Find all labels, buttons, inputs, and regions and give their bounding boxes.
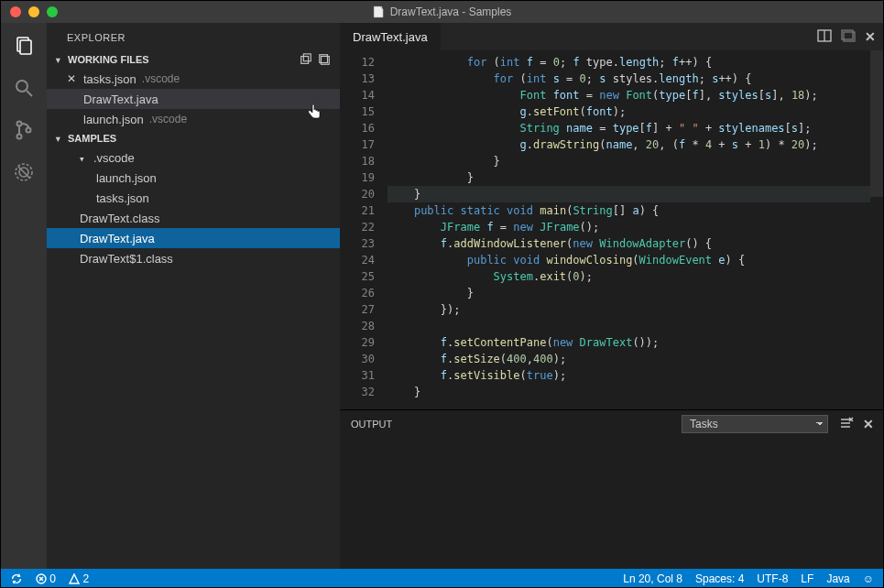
code-line[interactable]: JFrame f = new JFrame(); [387, 219, 870, 235]
status-indentation[interactable]: Spaces: 4 [695, 572, 744, 585]
code-line[interactable]: f.setContentPane(new DrawText()); [387, 334, 870, 351]
dirty-indicator-icon[interactable]: ✕ [67, 72, 78, 85]
code-line[interactable]: }); [387, 301, 870, 318]
search-icon[interactable] [12, 76, 36, 100]
editor-tab-bar: DrawText.java ✕ [340, 23, 883, 50]
explorer-icon[interactable] [12, 34, 36, 58]
code-line[interactable]: g.drawString(name, 20, (f * 4 + s + 1) *… [387, 136, 870, 153]
svg-point-6 [17, 135, 22, 139]
source-control-icon[interactable] [12, 118, 36, 142]
svg-line-4 [27, 91, 32, 96]
code-line[interactable]: } [387, 384, 870, 400]
code-line[interactable]: g.setFont(font); [387, 103, 870, 120]
working-files-list: ✕tasks.json .vscodeDrawText.javalaunch.j… [47, 69, 340, 129]
line-number-gutter: 1213141516171819202122232425262728293031… [340, 50, 387, 409]
code-line[interactable]: String name = type[f] + " " + stylenames… [387, 120, 870, 136]
working-file-item[interactable]: ✕tasks.json .vscode [47, 69, 340, 89]
editor-tab[interactable]: DrawText.java [340, 23, 441, 50]
project-header[interactable]: SAMPLES [47, 129, 340, 147]
code-line[interactable]: for (int s = 0; s styles.length; s++) { [387, 71, 870, 87]
close-editor-icon[interactable]: ✕ [865, 29, 876, 44]
project-tree: .vscodelaunch.jsontasks.jsonDrawText.cla… [47, 147, 340, 268]
status-line-col[interactable]: Ln 20, Col 8 [623, 572, 682, 585]
svg-rect-2 [20, 40, 31, 54]
code-line[interactable]: f.setVisible(true); [387, 367, 870, 384]
activity-bar [1, 23, 47, 569]
sidebar-title: EXPLORER [47, 23, 340, 50]
code-line[interactable]: for (int f = 0; f type.length; f++) { [387, 54, 870, 71]
code-line[interactable]: f.addWindowListener(new WindowAdapter() … [387, 235, 870, 252]
svg-point-7 [27, 128, 31, 133]
tree-item-label: DrawText.java [80, 232, 155, 245]
svg-rect-11 [301, 57, 309, 64]
status-eol[interactable]: LF [801, 572, 813, 585]
debug-icon[interactable] [12, 160, 36, 184]
status-feedback-icon[interactable]: ☺ [863, 572, 874, 585]
file-dir-label: .vscode [142, 72, 180, 85]
file-name-label: tasks.json [83, 72, 136, 86]
file-dir-label: .vscode [149, 113, 187, 125]
code-line[interactable]: System.exit(0); [387, 268, 870, 285]
code-line[interactable]: f.setSize(400,400); [387, 351, 870, 367]
status-language[interactable]: Java [826, 572, 849, 585]
svg-point-3 [16, 81, 27, 92]
window-minimize-button[interactable] [28, 6, 39, 17]
tree-item-label: launch.json [96, 171, 157, 185]
split-editor-icon[interactable] [817, 29, 832, 44]
window-close-button[interactable] [10, 6, 21, 17]
code-line[interactable]: public void windowClosing(WindowEvent e)… [387, 252, 870, 268]
code-line[interactable]: } [387, 186, 870, 202]
more-actions-icon[interactable] [841, 29, 856, 44]
explorer-sidebar: EXPLORER WORKING FILES ✕tasks.json .vsco… [47, 23, 340, 569]
tree-item-label: .vscode [93, 151, 135, 165]
code-line[interactable] [387, 318, 870, 334]
status-warnings[interactable]: 2 [69, 572, 89, 585]
output-panel: OUTPUT Tasks ✕ [340, 409, 883, 569]
tree-item-label: tasks.json [96, 191, 149, 205]
window-maximize-button[interactable] [47, 6, 58, 17]
working-file-item[interactable]: DrawText.java [47, 89, 340, 109]
tree-file-item[interactable]: DrawText$1.class [47, 248, 340, 268]
title-bar: DrawText.java - Samples [1, 1, 883, 23]
working-file-item[interactable]: launch.json .vscode [47, 109, 340, 129]
close-panel-icon[interactable]: ✕ [863, 417, 874, 431]
editor-scrollbar[interactable] [870, 50, 883, 409]
save-all-icon[interactable] [300, 53, 312, 66]
tree-folder-item[interactable]: .vscode [47, 147, 340, 168]
status-bar: 0 2 Ln 20, Col 8 Spaces: 4 UTF-8 LF Java… [1, 569, 883, 588]
tree-file-item[interactable]: tasks.json [47, 188, 340, 208]
code-line[interactable]: } [387, 285, 870, 301]
output-panel-title[interactable]: OUTPUT [351, 419, 392, 430]
file-name-label: launch.json [83, 113, 144, 126]
tree-file-item[interactable]: DrawText.class [47, 208, 340, 228]
tree-file-item[interactable]: launch.json [47, 168, 340, 188]
status-encoding[interactable]: UTF-8 [757, 572, 788, 585]
code-line[interactable]: } [387, 153, 870, 169]
tree-item-label: DrawText$1.class [80, 252, 173, 266]
svg-point-5 [17, 122, 22, 126]
clear-output-icon[interactable] [839, 417, 854, 431]
window-title: DrawText.java - Samples [373, 5, 512, 18]
output-channel-select[interactable]: Tasks [682, 415, 828, 433]
close-all-icon[interactable] [318, 53, 331, 66]
svg-rect-12 [303, 54, 311, 61]
code-line[interactable]: Font font = new Font(type[f], styles[s],… [387, 87, 870, 103]
file-name-label: DrawText.java [83, 93, 158, 106]
status-sync-icon[interactable] [10, 572, 23, 585]
status-errors[interactable]: 0 [36, 572, 56, 585]
folder-expand-icon[interactable] [80, 151, 88, 165]
tree-item-label: DrawText.class [80, 212, 159, 225]
code-content[interactable]: for (int f = 0; f type.length; f++) { fo… [387, 50, 870, 409]
code-editor[interactable]: 1213141516171819202122232425262728293031… [340, 50, 883, 409]
editor-area: DrawText.java ✕ 121314151617181920212223… [340, 23, 883, 569]
tree-file-item[interactable]: DrawText.java [47, 228, 340, 248]
working-files-header[interactable]: WORKING FILES [47, 50, 340, 69]
code-line[interactable]: } [387, 169, 870, 186]
code-line[interactable]: public static void main(String[] a) { [387, 202, 870, 219]
